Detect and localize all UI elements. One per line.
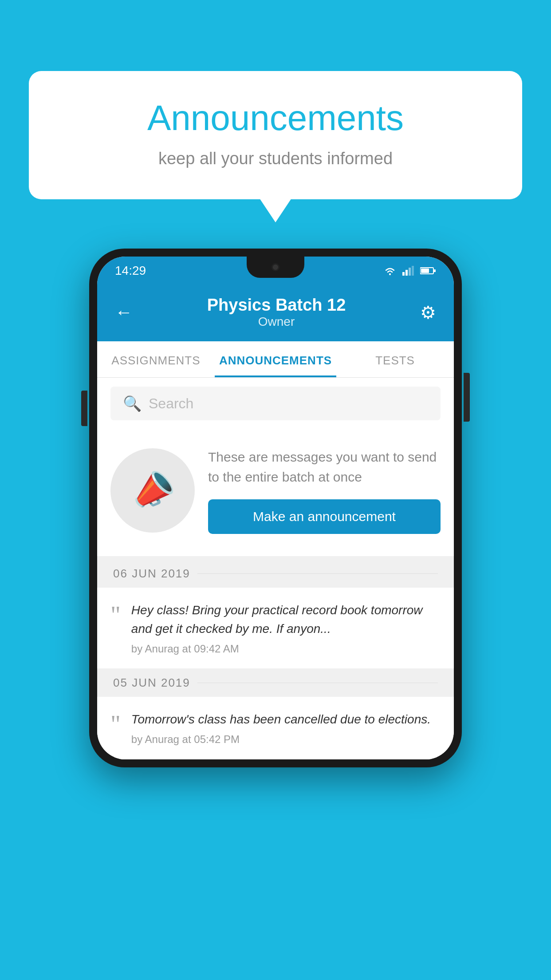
svg-rect-1 [402,272,405,276]
batch-role: Owner [207,315,346,329]
phone-outer-shell: 14:29 [89,249,462,767]
make-announcement-button[interactable]: Make an announcement [208,499,441,534]
svg-rect-4 [412,266,414,276]
signal-icon [402,266,414,276]
phone-mockup: 14:29 [89,249,462,767]
tabs-bar: ASSIGNMENTS ANNOUNCEMENTS TESTS [97,341,454,378]
phone-notch [247,257,304,278]
settings-button[interactable]: ⚙ [420,302,436,323]
svg-rect-3 [409,268,411,276]
speech-bubble-title: Announcements [64,98,487,138]
search-icon: 🔍 [123,395,142,412]
announcement-meta-1: by Anurag at 09:42 AM [131,643,441,655]
battery-icon [420,267,436,275]
promo-section: 📣 These are messages you want to send to… [97,429,454,560]
header-title-group: Physics Batch 12 Owner [207,296,346,329]
announcement-content-1: Hey class! Bring your practical record b… [131,601,441,655]
date-separator-1: 06 JUN 2019 [97,560,454,588]
search-placeholder: Search [149,395,193,412]
date-text-1: 06 JUN 2019 [113,567,190,581]
search-container: 🔍 Search [97,378,454,429]
status-time: 14:29 [115,264,146,278]
search-bar[interactable]: 🔍 Search [110,387,441,420]
quote-icon-1: " [110,603,121,628]
phone-screen: 14:29 [97,257,454,759]
batch-title: Physics Batch 12 [207,296,346,315]
quote-icon-2: " [110,712,121,737]
svg-rect-7 [434,269,436,272]
date-text-2: 05 JUN 2019 [113,676,190,690]
svg-rect-6 [421,269,429,273]
announcement-meta-2: by Anurag at 05:42 PM [131,733,441,746]
promo-content: These are messages you want to send to t… [208,447,441,534]
app-header: ← Physics Batch 12 Owner ⚙ [97,285,454,341]
tab-assignments[interactable]: ASSIGNMENTS [97,341,215,377]
status-icons [384,266,436,276]
promo-icon-circle: 📣 [110,448,195,533]
notch-camera [272,263,279,271]
svg-point-0 [389,273,391,275]
wifi-icon [384,266,396,276]
tab-tests[interactable]: TESTS [336,341,454,377]
speech-bubble-subtitle: keep all your students informed [64,149,487,168]
announcement-item-2[interactable]: " Tomorrow's class has been cancelled du… [97,697,454,759]
announcement-item-1[interactable]: " Hey class! Bring your practical record… [97,588,454,669]
announcement-text-2: Tomorrow's class has been cancelled due … [131,710,441,729]
date-separator-2: 05 JUN 2019 [97,669,454,697]
svg-rect-2 [405,270,408,276]
status-bar: 14:29 [97,257,454,285]
tab-announcements[interactable]: ANNOUNCEMENTS [215,341,336,377]
speech-bubble-card: Announcements keep all your students inf… [29,71,522,199]
announcement-content-2: Tomorrow's class has been cancelled due … [131,710,441,746]
megaphone-icon: 📣 [125,463,181,518]
announcement-text-1: Hey class! Bring your practical record b… [131,601,441,638]
separator-line [197,573,438,574]
separator-line-2 [197,683,438,683]
speech-bubble-section: Announcements keep all your students inf… [29,71,522,199]
promo-description: These are messages you want to send to t… [208,447,441,487]
back-button[interactable]: ← [115,302,133,322]
